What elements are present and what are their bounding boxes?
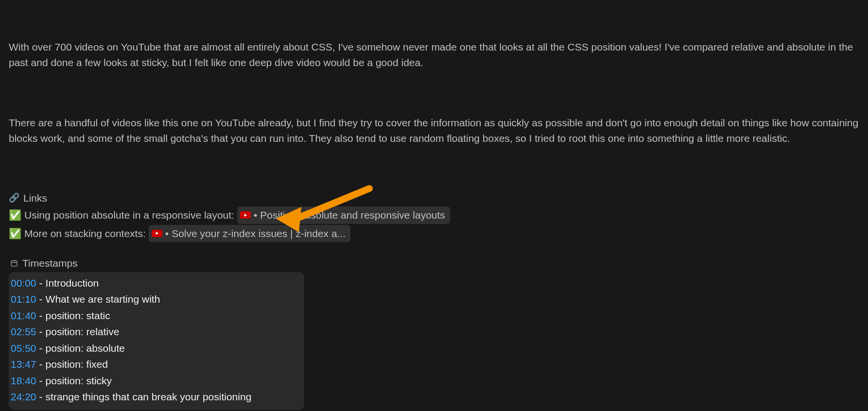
timestamp-label: What we are starting with: [46, 291, 160, 307]
video-chip-link[interactable]: • Position absolute and responsive layou…: [237, 206, 450, 224]
timestamp-row: 18:40 - position: sticky: [11, 373, 296, 389]
chip-title: Solve your z-index issues | z-index a...: [172, 226, 346, 241]
description-paragraph-1: With over 700 videos on YouTube that are…: [9, 39, 859, 70]
link-label: More on stacking contexts:: [24, 226, 146, 241]
timestamps-header: Timestamps: [9, 256, 304, 271]
link-label: Using position absolute in a responsive …: [24, 207, 234, 223]
timestamp-link[interactable]: 01:10: [11, 291, 36, 307]
timestamps-header-label: Timestamps: [22, 256, 78, 271]
check-icon: ✅: [9, 207, 21, 223]
youtube-icon: [152, 230, 162, 237]
timestamp-label: position: relative: [46, 324, 120, 340]
link-item-2: ✅ More on stacking contexts: • Solve you…: [9, 225, 859, 242]
links-header-label: Links: [23, 190, 47, 206]
chip-title: Position absolute and responsive layouts: [260, 207, 445, 223]
links-header: 🔗 Links: [9, 190, 859, 206]
timestamp-separator: -: [39, 324, 43, 340]
svg-marker-0: [244, 214, 247, 217]
timestamp-label: position: sticky: [46, 373, 112, 389]
timestamp-separator: -: [39, 357, 43, 372]
timestamp-link[interactable]: 02:55: [11, 324, 36, 340]
svg-rect-2: [11, 261, 17, 266]
check-icon: ✅: [9, 226, 21, 241]
timestamp-row: 05:50 - position: absolute: [11, 340, 296, 357]
clock-icon: [10, 259, 18, 268]
timestamp-label: strange things that can break your posit…: [46, 389, 252, 405]
timestamp-row: 13:47 - position: fixed: [11, 356, 296, 373]
timestamp-separator: -: [39, 389, 43, 405]
timestamp-link[interactable]: 13:47: [11, 357, 36, 372]
timestamp-separator: -: [39, 291, 43, 307]
description-paragraph-2: There are a handful of videos like this …: [9, 115, 859, 146]
video-description: With over 700 videos on YouTube that are…: [9, 9, 859, 176]
bullet-icon: •: [165, 226, 169, 241]
timestamp-row: 01:10 - What we are starting with: [11, 291, 296, 308]
timestamp-label: position: static: [46, 308, 110, 324]
timestamp-label: position: absolute: [46, 341, 125, 356]
bullet-icon: •: [254, 207, 257, 223]
timestamp-row: 02:55 - position: relative: [11, 324, 296, 340]
timestamp-label: position: fixed: [46, 357, 108, 372]
timestamp-row: 01:40 - position: static: [11, 308, 296, 324]
timestamp-link[interactable]: 00:00: [11, 275, 36, 291]
timestamp-separator: -: [39, 373, 43, 389]
youtube-icon: [240, 211, 251, 219]
timestamp-separator: -: [39, 341, 43, 356]
timestamp-link[interactable]: 01:40: [11, 308, 36, 324]
timestamps-list: 00:00 - Introduction 01:10 - What we are…: [9, 272, 304, 410]
timestamp-link[interactable]: 18:40: [11, 373, 36, 389]
timestamp-separator: -: [39, 275, 43, 291]
timestamps-section: Timestamps 00:00 - Introduction 01:10 - …: [9, 256, 304, 410]
link-item-1: ✅ Using position absolute in a responsiv…: [9, 206, 859, 224]
timestamp-label: Introduction: [46, 275, 99, 291]
timestamp-row: 24:20 - strange things that can break yo…: [11, 389, 296, 405]
link-icon: 🔗: [9, 191, 19, 205]
timestamp-row: 00:00 - Introduction: [11, 275, 296, 291]
video-chip-link[interactable]: • Solve your z-index issues | z-index a.…: [149, 225, 350, 242]
links-section: 🔗 Links ✅ Using position absolute in a r…: [9, 190, 859, 242]
timestamp-separator: -: [39, 308, 43, 324]
svg-marker-1: [156, 232, 158, 235]
timestamp-link[interactable]: 05:50: [11, 341, 36, 356]
timestamp-link[interactable]: 24:20: [11, 389, 36, 405]
